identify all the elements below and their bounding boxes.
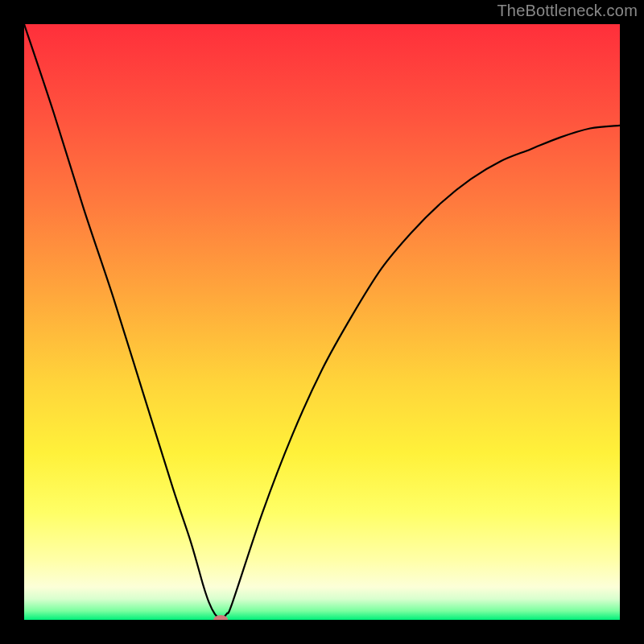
- chart-frame: TheBottleneck.com: [0, 0, 644, 644]
- curve-layer: [24, 24, 620, 620]
- bottleneck-curve: [24, 24, 620, 620]
- watermark-text: TheBottleneck.com: [497, 2, 638, 20]
- plot-area: [24, 24, 620, 620]
